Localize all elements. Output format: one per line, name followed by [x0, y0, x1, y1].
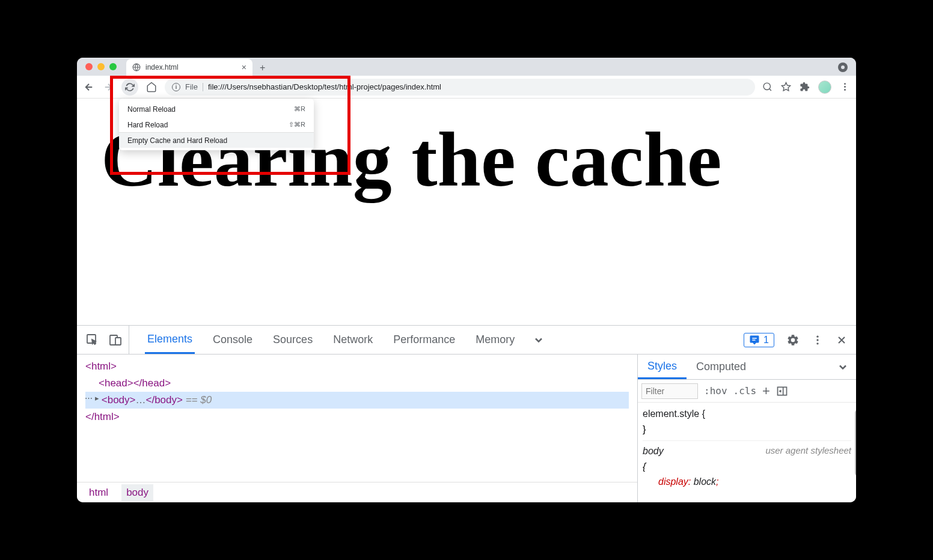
css-rule-body[interactable]: body user agent stylesheet { display: bl… [643, 440, 851, 490]
toggle-sidebar-icon[interactable] [776, 385, 788, 397]
svg-point-3 [844, 83, 846, 85]
new-style-rule-icon[interactable]: + [762, 383, 770, 399]
menu-item-hard-reload[interactable]: Hard Reload ⇧⌘R [119, 117, 314, 132]
menu-label: Normal Reload [127, 105, 176, 114]
devtools-right: 1 [744, 333, 848, 347]
tab-styles[interactable]: Styles [638, 355, 687, 379]
minimize-window-button[interactable] [97, 63, 105, 70]
traffic-lights [85, 63, 117, 70]
forward-button[interactable] [102, 81, 114, 93]
devtools-panel: Elements Console Sources Network Perform… [77, 325, 856, 502]
menu-item-normal-reload[interactable]: Normal Reload ⌘R [119, 101, 314, 117]
dom-line[interactable]: <head></head> [85, 375, 629, 392]
zoom-icon[interactable] [762, 82, 772, 92]
devtools-tabs: Elements Console Sources Network Perform… [77, 326, 856, 355]
styles-filter-input[interactable] [641, 383, 698, 399]
elements-panel: <html> <head></head> <body>…</body> == $… [77, 355, 637, 502]
hov-toggle[interactable]: :hov [704, 385, 727, 397]
new-tab-button[interactable]: + [260, 62, 265, 76]
menu-item-empty-cache-hard-reload[interactable]: Empty Cache and Hard Reload [119, 132, 314, 148]
close-window-button[interactable] [85, 63, 93, 70]
tab-title: index.html [145, 63, 179, 72]
tab-console[interactable]: Console [210, 326, 255, 354]
more-options-icon[interactable] [812, 334, 824, 346]
profile-avatar[interactable] [818, 81, 831, 94]
globe-icon [132, 63, 141, 72]
dom-breadcrumb: html body [77, 482, 637, 502]
tab-network[interactable]: Network [331, 326, 375, 354]
device-toolbar-icon[interactable] [108, 333, 123, 347]
tab-strip: index.html × + [77, 58, 856, 76]
menu-shortcut: ⇧⌘R [289, 121, 305, 129]
browser-window: index.html × + i File file:///Users/nseb… [77, 58, 856, 502]
reload-button[interactable] [121, 79, 138, 96]
maximize-window-button[interactable] [109, 63, 117, 70]
tab-memory[interactable]: Memory [473, 326, 517, 354]
home-button[interactable] [145, 81, 158, 93]
svg-point-5 [844, 89, 846, 91]
issues-count: 1 [763, 335, 769, 345]
styles-rules[interactable]: element.style { } body user agent styles… [638, 403, 856, 493]
menu-icon[interactable] [840, 82, 850, 92]
tab-elements[interactable]: Elements [145, 326, 195, 354]
dom-tree[interactable]: <html> <head></head> <body>…</body> == $… [77, 355, 637, 482]
dom-line-selected[interactable]: <body>…</body> == $0 [85, 392, 629, 409]
menu-shortcut: ⌘R [294, 105, 305, 113]
guest-profile-icon[interactable] [838, 62, 848, 72]
svg-point-9 [816, 335, 818, 337]
inspect-element-icon[interactable] [85, 333, 100, 347]
cls-toggle[interactable]: .cls [733, 385, 757, 397]
close-devtools-icon[interactable] [836, 334, 848, 346]
browser-tab[interactable]: index.html × [126, 59, 252, 76]
issues-button[interactable]: 1 [744, 333, 774, 347]
toolbar: i File file:///Users/nsebhastian/Desktop… [77, 76, 856, 99]
css-rule-element-style[interactable]: element.style { } [643, 406, 851, 437]
tab-computed[interactable]: Computed [687, 355, 756, 379]
address-divider [203, 83, 203, 91]
svg-rect-8 [115, 338, 121, 345]
bookmark-star-icon[interactable] [781, 82, 791, 92]
back-button[interactable] [83, 81, 95, 93]
devtools-body: <html> <head></head> <body>…</body> == $… [77, 355, 856, 502]
toolbar-right [762, 81, 850, 94]
address-url: file:///Users/nsebhastian/Desktop/test/h… [208, 82, 441, 91]
reload-context-menu: Normal Reload ⌘R Hard Reload ⇧⌘R Empty C… [119, 99, 314, 150]
svg-point-11 [816, 342, 818, 344]
address-bar[interactable]: i File file:///Users/nsebhastian/Desktop… [165, 79, 755, 96]
tab-performance[interactable]: Performance [391, 326, 457, 354]
more-styles-tabs-icon[interactable] [837, 361, 856, 373]
tab-sources[interactable]: Sources [271, 326, 315, 354]
svg-point-1 [763, 83, 770, 90]
devtools-inspect-group [85, 326, 129, 354]
settings-gear-icon[interactable] [786, 333, 800, 347]
dom-line[interactable]: <html> [85, 358, 629, 375]
more-tabs-icon[interactable] [533, 334, 545, 346]
styles-panel: Styles Computed :hov .cls + element.styl… [637, 355, 856, 502]
close-tab-icon[interactable]: × [242, 62, 246, 72]
extensions-icon[interactable] [800, 82, 810, 92]
svg-point-4 [844, 86, 846, 88]
svg-marker-2 [782, 82, 790, 90]
menu-label: Hard Reload [127, 121, 168, 129]
styles-tabs: Styles Computed [638, 355, 856, 380]
scrollbar-thumb[interactable] [855, 410, 856, 476]
address-scheme: File [185, 82, 198, 91]
styles-filter-row: :hov .cls + [638, 380, 856, 403]
dom-line[interactable]: </html> [85, 409, 629, 425]
site-info-icon[interactable]: i [172, 83, 180, 91]
breadcrumb-html[interactable]: html [84, 484, 113, 501]
svg-point-10 [816, 339, 818, 341]
menu-label: Empty Cache and Hard Reload [127, 136, 227, 145]
breadcrumb-body[interactable]: body [121, 484, 153, 501]
